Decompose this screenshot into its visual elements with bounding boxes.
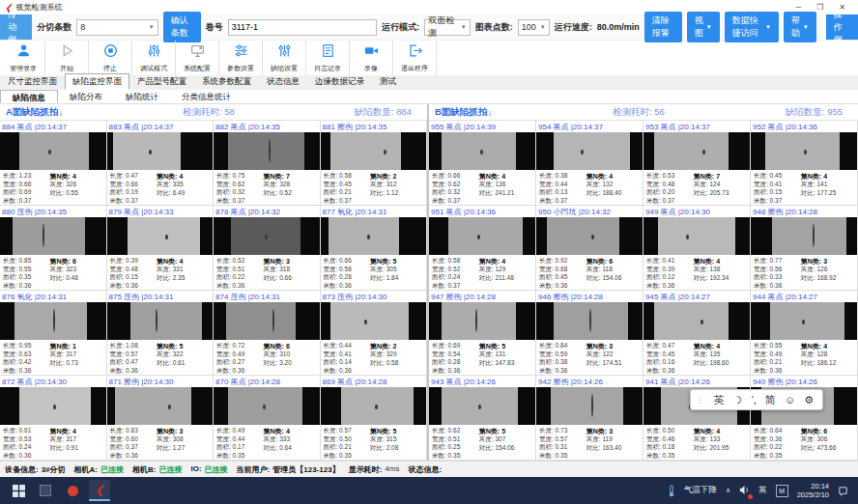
data-quick-access-menu-button[interactable]: 数据快捷访问▼	[725, 12, 779, 42]
active-app-icon[interactable]: ❮	[89, 480, 110, 501]
defect-image[interactable]	[751, 217, 857, 255]
stop-button[interactable]: 停止	[89, 41, 132, 75]
defect-image[interactable]	[751, 132, 857, 170]
tab-缺陷监控界面[interactable]: 缺陷监控界面	[65, 73, 129, 90]
defect-image[interactable]	[214, 217, 320, 255]
defect-cell[interactable]: 953 黑点 |20:14:37长度: 0.53宽度: 0.48面积: 0.20…	[644, 121, 751, 206]
defect-cell[interactable]: 878 黑点 |20:14:32长度: 0.52宽度: 0.51面积: 0.22…	[214, 206, 321, 291]
defect-image[interactable]	[536, 217, 643, 255]
clear-alarm-button[interactable]: 清除报警	[644, 12, 682, 42]
ime-emoji-icon[interactable]: ☺	[785, 394, 795, 406]
confirm-count-button[interactable]: 确认条数	[163, 12, 201, 42]
minimize-button[interactable]: ─	[795, 3, 801, 12]
defect-cell[interactable]: 883 黑点 |20:14:37长度: 0.47宽度: 0.66面积: 0.19…	[107, 121, 214, 206]
defect-cell[interactable]: 873 压伤 |20:14:30长度: 0.44宽度: 0.41面积: 0.14…	[321, 291, 428, 376]
roll-number-input[interactable]	[228, 19, 378, 36]
debug-mode-button[interactable]: 调试模式	[132, 41, 176, 75]
subtab-缺陷信息[interactable]: 缺陷信息	[0, 90, 58, 103]
defect-cell[interactable]: 955 黑点 |20:14:39长度: 0.66宽度: 0.62面积: 0.32…	[429, 121, 536, 206]
defect-image[interactable]	[536, 132, 643, 170]
defect-image[interactable]	[751, 302, 857, 340]
tab-系统参数配置[interactable]: 系统参数配置	[194, 73, 259, 90]
defect-image[interactable]	[107, 302, 214, 340]
ime-language-bar[interactable]: ⋮英☽’,简☺⚙	[690, 389, 823, 410]
language-indicator[interactable]: 英	[758, 485, 767, 496]
defect-image[interactable]	[536, 302, 643, 340]
maximize-button[interactable]: ❐	[816, 3, 823, 12]
ime-fullhalf-icon[interactable]: ☽	[733, 394, 743, 406]
tab-边缘数据记录[interactable]: 边缘数据记录	[307, 73, 372, 90]
chart-points-select[interactable]: 100 ▼	[518, 19, 550, 36]
defect-cell[interactable]: 950 小凹坑 |20:14:32长度: 0.92宽度: 0.68面积: 0.4…	[536, 206, 644, 291]
ime-icon[interactable]: M	[776, 485, 788, 497]
defect-image[interactable]	[321, 132, 427, 170]
tab-尺寸监控界面[interactable]: 尺寸监控界面	[0, 73, 65, 90]
start-button[interactable]	[8, 480, 29, 501]
defect-settings-button[interactable]: 缺陷设置	[263, 41, 306, 75]
defect-cell[interactable]: 877 氧化 |20:14:31长度: 0.66宽度: 0.58面积: 0.28…	[321, 206, 428, 291]
slit-count-select[interactable]: 8 ▼	[76, 19, 158, 36]
defect-image[interactable]	[107, 132, 214, 170]
defect-image[interactable]	[214, 302, 320, 340]
admin-login-button[interactable]: 管理登录	[2, 41, 45, 75]
record-button[interactable]: 录像	[350, 41, 393, 75]
ime-settings-icon[interactable]: ⚙	[804, 394, 814, 406]
pinned-app-icon[interactable]	[62, 480, 83, 501]
defect-image[interactable]	[0, 387, 106, 425]
exit-button[interactable]: 退出程序	[393, 41, 437, 75]
defect-cell[interactable]: 945 黑点 |20:14:27长度: 0.47宽度: 0.45面积: 0.16…	[644, 291, 751, 376]
subtab-分类信息统计[interactable]: 分类信息统计	[170, 90, 243, 103]
volume-icon[interactable]	[739, 485, 750, 497]
defect-cell[interactable]: 946 擦伤 |20:14:28长度: 0.84宽度: 0.59面积: 0.38…	[536, 291, 644, 376]
defect-cell[interactable]: 875 压伤 |20:14:31长度: 1.08宽度: 0.57面积: 0.47…	[107, 291, 214, 376]
defect-cell[interactable]: 954 黑点 |20:14:37长度: 0.38宽度: 0.44面积: 0.13…	[536, 121, 644, 206]
ime-punct-icon[interactable]: ’,	[751, 394, 757, 406]
help-menu-button[interactable]: 帮助▼	[784, 12, 816, 42]
defect-image[interactable]	[429, 217, 535, 255]
defect-image[interactable]	[644, 217, 750, 255]
defect-cell[interactable]: 879 黑点 |20:14:33长度: 0.39宽度: 0.48面积: 0.15…	[107, 206, 214, 291]
defect-cell[interactable]: 874 压伤 |20:14:31长度: 0.72宽度: 0.49面积: 0.27…	[214, 291, 321, 376]
defect-image[interactable]	[0, 132, 106, 170]
defect-image[interactable]	[107, 217, 214, 255]
param-settings-button[interactable]: 参数设置	[219, 41, 263, 75]
defect-cell[interactable]: 869 黑点 |20:14:28长度: 0.57宽度: 0.50面积: 0.21…	[321, 376, 428, 461]
defect-image[interactable]	[0, 302, 106, 340]
defect-image[interactable]	[107, 387, 214, 425]
defect-image[interactable]	[429, 132, 535, 170]
defect-cell[interactable]: 881 擦伤 |20:14:35长度: 0.58宽度: 0.45面积: 0.21…	[321, 121, 428, 206]
defect-cell[interactable]: 942 擦伤 |20:14:26长度: 0.73宽度: 0.57面积: 0.31…	[536, 376, 644, 461]
defect-cell[interactable]: 943 黑点 |20:14:26长度: 0.62宽度: 0.51面积: 0.25…	[429, 376, 536, 461]
taskbar-clock[interactable]: 20:14 2025/2/10	[797, 482, 829, 500]
drag-handle-icon[interactable]: ⋮	[697, 395, 705, 405]
defect-cell[interactable]: 872 黑点 |20:14:30长度: 0.61宽度: 0.53面积: 0.24…	[0, 376, 107, 461]
defect-cell[interactable]: 952 黑点 |20:14:36长度: 0.45宽度: 0.41面积: 0.15…	[751, 121, 858, 206]
defect-image[interactable]	[321, 217, 427, 255]
defect-image[interactable]	[321, 387, 427, 425]
defect-image[interactable]	[321, 302, 427, 340]
log-record-button[interactable]: 日志记录	[306, 41, 350, 75]
subtab-缺陷分布[interactable]: 缺陷分布	[58, 90, 114, 103]
defect-image[interactable]	[644, 132, 750, 170]
view-menu-button[interactable]: 视图▼	[687, 12, 720, 42]
defect-cell[interactable]: 882 黑点 |20:14:35长度: 0.75宽度: 0.62面积: 0.32…	[214, 121, 321, 206]
defect-image[interactable]	[644, 302, 750, 340]
system-config-button[interactable]: 系统配置	[176, 41, 219, 75]
defect-cell[interactable]: 947 擦伤 |20:14:28长度: 0.69宽度: 0.54面积: 0.28…	[429, 291, 536, 376]
run-mode-select[interactable]: 双面检测 ▼	[424, 19, 471, 36]
defect-image[interactable]	[536, 387, 643, 425]
defect-cell[interactable]: 884 黑点 |20:14:37长度: 1.23宽度: 0.66面积: 0.69…	[0, 121, 107, 206]
defect-cell[interactable]: 871 擦伤 |20:14:30长度: 0.83宽度: 0.60面积: 0.37…	[107, 376, 214, 461]
defect-cell[interactable]: 876 氧化 |20:14:31长度: 0.95宽度: 0.63面积: 0.42…	[0, 291, 107, 376]
defect-image[interactable]	[429, 302, 535, 340]
taskview-icon[interactable]	[35, 480, 56, 501]
tab-测试[interactable]: 测试	[372, 73, 404, 90]
tray-expand-chevron[interactable]: ∧	[726, 487, 730, 494]
tab-状态信息[interactable]: 状态信息	[259, 73, 307, 90]
defect-cell[interactable]: 880 压伤 |20:14:35长度: 0.85宽度: 0.55面积: 0.35…	[0, 206, 107, 291]
weather-text[interactable]: 气温下降	[684, 485, 717, 496]
defect-cell[interactable]: 870 黑点 |20:14:28长度: 0.49宽度: 0.44面积: 0.17…	[214, 376, 321, 461]
defect-cell[interactable]: 951 黑点 |20:14:36长度: 0.58宽度: 0.52面积: 0.24…	[429, 206, 536, 291]
defect-cell[interactable]: 944 黑点 |20:14:27长度: 0.55宽度: 0.49面积: 0.21…	[751, 291, 858, 376]
subtab-缺陷统计[interactable]: 缺陷统计	[114, 90, 170, 103]
